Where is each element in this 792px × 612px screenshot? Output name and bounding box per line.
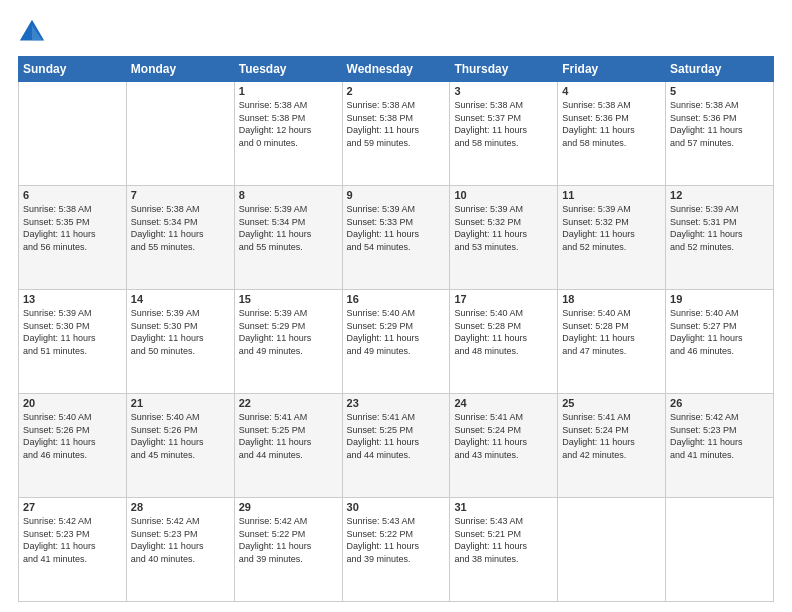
- day-number: 28: [131, 501, 230, 513]
- calendar-cell: 20Sunrise: 5:40 AM Sunset: 5:26 PM Dayli…: [19, 394, 127, 498]
- day-number: 21: [131, 397, 230, 409]
- calendar-cell: 13Sunrise: 5:39 AM Sunset: 5:30 PM Dayli…: [19, 290, 127, 394]
- day-info: Sunrise: 5:40 AM Sunset: 5:26 PM Dayligh…: [131, 411, 230, 461]
- day-number: 10: [454, 189, 553, 201]
- calendar-week-row: 20Sunrise: 5:40 AM Sunset: 5:26 PM Dayli…: [19, 394, 774, 498]
- day-number: 26: [670, 397, 769, 409]
- calendar-cell: 17Sunrise: 5:40 AM Sunset: 5:28 PM Dayli…: [450, 290, 558, 394]
- day-number: 2: [347, 85, 446, 97]
- day-number: 15: [239, 293, 338, 305]
- calendar-table: SundayMondayTuesdayWednesdayThursdayFrid…: [18, 56, 774, 602]
- day-number: 30: [347, 501, 446, 513]
- weekday-header: Sunday: [19, 57, 127, 82]
- day-info: Sunrise: 5:42 AM Sunset: 5:23 PM Dayligh…: [23, 515, 122, 565]
- day-info: Sunrise: 5:39 AM Sunset: 5:30 PM Dayligh…: [131, 307, 230, 357]
- weekday-header: Wednesday: [342, 57, 450, 82]
- day-info: Sunrise: 5:42 AM Sunset: 5:22 PM Dayligh…: [239, 515, 338, 565]
- day-number: 4: [562, 85, 661, 97]
- day-number: 20: [23, 397, 122, 409]
- calendar-cell: [126, 82, 234, 186]
- day-info: Sunrise: 5:40 AM Sunset: 5:28 PM Dayligh…: [562, 307, 661, 357]
- day-info: Sunrise: 5:40 AM Sunset: 5:27 PM Dayligh…: [670, 307, 769, 357]
- day-info: Sunrise: 5:38 AM Sunset: 5:34 PM Dayligh…: [131, 203, 230, 253]
- day-number: 1: [239, 85, 338, 97]
- day-info: Sunrise: 5:39 AM Sunset: 5:31 PM Dayligh…: [670, 203, 769, 253]
- calendar-week-row: 13Sunrise: 5:39 AM Sunset: 5:30 PM Dayli…: [19, 290, 774, 394]
- calendar-cell: 1Sunrise: 5:38 AM Sunset: 5:38 PM Daylig…: [234, 82, 342, 186]
- day-info: Sunrise: 5:41 AM Sunset: 5:24 PM Dayligh…: [454, 411, 553, 461]
- calendar-cell: [558, 498, 666, 602]
- calendar-cell: 7Sunrise: 5:38 AM Sunset: 5:34 PM Daylig…: [126, 186, 234, 290]
- day-number: 3: [454, 85, 553, 97]
- calendar-cell: 9Sunrise: 5:39 AM Sunset: 5:33 PM Daylig…: [342, 186, 450, 290]
- day-number: 17: [454, 293, 553, 305]
- day-info: Sunrise: 5:39 AM Sunset: 5:30 PM Dayligh…: [23, 307, 122, 357]
- day-info: Sunrise: 5:39 AM Sunset: 5:32 PM Dayligh…: [562, 203, 661, 253]
- day-info: Sunrise: 5:39 AM Sunset: 5:32 PM Dayligh…: [454, 203, 553, 253]
- day-info: Sunrise: 5:38 AM Sunset: 5:36 PM Dayligh…: [670, 99, 769, 149]
- day-number: 14: [131, 293, 230, 305]
- day-number: 31: [454, 501, 553, 513]
- calendar-cell: 19Sunrise: 5:40 AM Sunset: 5:27 PM Dayli…: [666, 290, 774, 394]
- day-info: Sunrise: 5:40 AM Sunset: 5:28 PM Dayligh…: [454, 307, 553, 357]
- day-number: 24: [454, 397, 553, 409]
- calendar-cell: 11Sunrise: 5:39 AM Sunset: 5:32 PM Dayli…: [558, 186, 666, 290]
- weekday-header: Friday: [558, 57, 666, 82]
- calendar-cell: [19, 82, 127, 186]
- day-info: Sunrise: 5:39 AM Sunset: 5:29 PM Dayligh…: [239, 307, 338, 357]
- day-info: Sunrise: 5:43 AM Sunset: 5:21 PM Dayligh…: [454, 515, 553, 565]
- calendar-cell: 22Sunrise: 5:41 AM Sunset: 5:25 PM Dayli…: [234, 394, 342, 498]
- calendar-cell: 24Sunrise: 5:41 AM Sunset: 5:24 PM Dayli…: [450, 394, 558, 498]
- calendar-cell: [666, 498, 774, 602]
- calendar-header-row: SundayMondayTuesdayWednesdayThursdayFrid…: [19, 57, 774, 82]
- day-info: Sunrise: 5:39 AM Sunset: 5:33 PM Dayligh…: [347, 203, 446, 253]
- calendar-cell: 23Sunrise: 5:41 AM Sunset: 5:25 PM Dayli…: [342, 394, 450, 498]
- calendar-cell: 26Sunrise: 5:42 AM Sunset: 5:23 PM Dayli…: [666, 394, 774, 498]
- weekday-header: Tuesday: [234, 57, 342, 82]
- calendar-week-row: 1Sunrise: 5:38 AM Sunset: 5:38 PM Daylig…: [19, 82, 774, 186]
- day-number: 16: [347, 293, 446, 305]
- calendar-cell: 30Sunrise: 5:43 AM Sunset: 5:22 PM Dayli…: [342, 498, 450, 602]
- day-number: 12: [670, 189, 769, 201]
- day-info: Sunrise: 5:38 AM Sunset: 5:35 PM Dayligh…: [23, 203, 122, 253]
- day-info: Sunrise: 5:41 AM Sunset: 5:25 PM Dayligh…: [347, 411, 446, 461]
- page: SundayMondayTuesdayWednesdayThursdayFrid…: [0, 0, 792, 612]
- calendar-cell: 5Sunrise: 5:38 AM Sunset: 5:36 PM Daylig…: [666, 82, 774, 186]
- day-number: 8: [239, 189, 338, 201]
- day-info: Sunrise: 5:39 AM Sunset: 5:34 PM Dayligh…: [239, 203, 338, 253]
- day-info: Sunrise: 5:38 AM Sunset: 5:36 PM Dayligh…: [562, 99, 661, 149]
- logo-icon: [18, 18, 46, 46]
- logo: [18, 18, 50, 46]
- day-info: Sunrise: 5:38 AM Sunset: 5:38 PM Dayligh…: [347, 99, 446, 149]
- calendar-cell: 4Sunrise: 5:38 AM Sunset: 5:36 PM Daylig…: [558, 82, 666, 186]
- day-number: 7: [131, 189, 230, 201]
- day-number: 18: [562, 293, 661, 305]
- day-number: 9: [347, 189, 446, 201]
- day-number: 25: [562, 397, 661, 409]
- day-info: Sunrise: 5:38 AM Sunset: 5:37 PM Dayligh…: [454, 99, 553, 149]
- day-number: 29: [239, 501, 338, 513]
- calendar-cell: 18Sunrise: 5:40 AM Sunset: 5:28 PM Dayli…: [558, 290, 666, 394]
- day-info: Sunrise: 5:41 AM Sunset: 5:25 PM Dayligh…: [239, 411, 338, 461]
- day-info: Sunrise: 5:42 AM Sunset: 5:23 PM Dayligh…: [670, 411, 769, 461]
- calendar-cell: 10Sunrise: 5:39 AM Sunset: 5:32 PM Dayli…: [450, 186, 558, 290]
- day-number: 23: [347, 397, 446, 409]
- calendar-cell: 3Sunrise: 5:38 AM Sunset: 5:37 PM Daylig…: [450, 82, 558, 186]
- calendar-cell: 8Sunrise: 5:39 AM Sunset: 5:34 PM Daylig…: [234, 186, 342, 290]
- calendar-cell: 28Sunrise: 5:42 AM Sunset: 5:23 PM Dayli…: [126, 498, 234, 602]
- calendar-cell: 6Sunrise: 5:38 AM Sunset: 5:35 PM Daylig…: [19, 186, 127, 290]
- calendar-cell: 12Sunrise: 5:39 AM Sunset: 5:31 PM Dayli…: [666, 186, 774, 290]
- day-info: Sunrise: 5:40 AM Sunset: 5:26 PM Dayligh…: [23, 411, 122, 461]
- calendar-cell: 14Sunrise: 5:39 AM Sunset: 5:30 PM Dayli…: [126, 290, 234, 394]
- day-number: 6: [23, 189, 122, 201]
- day-info: Sunrise: 5:38 AM Sunset: 5:38 PM Dayligh…: [239, 99, 338, 149]
- calendar-cell: 29Sunrise: 5:42 AM Sunset: 5:22 PM Dayli…: [234, 498, 342, 602]
- day-number: 27: [23, 501, 122, 513]
- day-info: Sunrise: 5:40 AM Sunset: 5:29 PM Dayligh…: [347, 307, 446, 357]
- day-info: Sunrise: 5:42 AM Sunset: 5:23 PM Dayligh…: [131, 515, 230, 565]
- calendar-cell: 21Sunrise: 5:40 AM Sunset: 5:26 PM Dayli…: [126, 394, 234, 498]
- calendar-week-row: 27Sunrise: 5:42 AM Sunset: 5:23 PM Dayli…: [19, 498, 774, 602]
- day-number: 13: [23, 293, 122, 305]
- calendar-cell: 16Sunrise: 5:40 AM Sunset: 5:29 PM Dayli…: [342, 290, 450, 394]
- header: [18, 18, 774, 46]
